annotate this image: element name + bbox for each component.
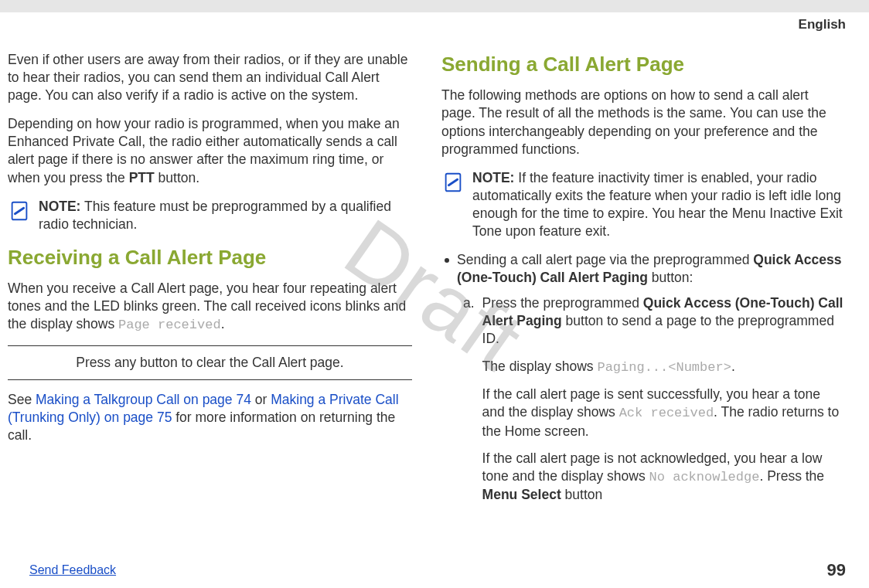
ola-p1: Press the preprogrammed Quick Access (On… <box>482 294 846 348</box>
ol-body-a: Press the preprogrammed Quick Access (On… <box>482 294 846 504</box>
ol-marker-a: a. <box>463 294 475 504</box>
recv-text-b: . <box>221 316 225 331</box>
note-block-right: NOTE: If the feature inactivity timer is… <box>441 169 846 240</box>
ola-p4m: No acknowledge <box>649 470 760 484</box>
ola-p2a: The display shows <box>482 359 598 374</box>
see-paragraph: See Making a Talkgroup Call on page 74 o… <box>8 391 412 444</box>
footer: Send Feedback 99 <box>0 560 869 580</box>
note-body-left: NOTE: This feature must be preprogrammed… <box>39 198 412 233</box>
bullet-c: button: <box>648 270 693 285</box>
ordered-item-a: a. Press the preprogrammed Quick Access … <box>463 294 846 504</box>
ola-p2m: Paging...<Number> <box>597 360 731 375</box>
send-feedback-link[interactable]: Send Feedback <box>29 563 116 577</box>
note-label-right: NOTE: <box>472 170 514 185</box>
language-label: English <box>799 17 846 32</box>
note-icon <box>441 171 465 194</box>
ola-p1a: Press the preprogrammed <box>482 295 643 311</box>
note-icon <box>8 199 31 223</box>
page-body: Even if other users are away from their … <box>0 12 869 513</box>
p2-text-c: button. <box>155 170 199 185</box>
ola-p3: If the call alert page is sent successfu… <box>482 386 846 440</box>
bullet-a: Sending a call alert page via the prepro… <box>457 252 753 267</box>
top-bar <box>0 0 869 12</box>
ola-p2: The display shows Paging...<Number>. <box>482 358 846 376</box>
recv-paragraph: When you receive a Call Alert page, you … <box>8 280 412 335</box>
intro-paragraph-1: Even if other users are away from their … <box>8 51 412 104</box>
send-intro: The following methods are options on how… <box>441 87 846 158</box>
see-b: or <box>251 392 271 407</box>
step-box: Press any button to clear the Call Alert… <box>8 345 412 380</box>
ola-p4b: . Press the <box>759 468 824 484</box>
note-block-left: NOTE: This feature must be preprogrammed… <box>8 198 412 233</box>
note-label-left: NOTE: <box>39 199 80 214</box>
ola-p3m: Ack received <box>619 406 714 420</box>
bullet-item: Sending a call alert page via the prepro… <box>441 251 846 287</box>
link-talkgroup[interactable]: Making a Talkgroup Call on page 74 <box>36 392 251 407</box>
ptt-bold: PTT <box>129 170 155 185</box>
ola-p2b: . <box>731 359 735 374</box>
right-column: Sending a Call Alert Page The following … <box>441 51 846 513</box>
heading-sending: Sending a Call Alert Page <box>441 51 846 77</box>
bullet-body: Sending a call alert page via the prepro… <box>457 251 846 287</box>
ola-p4: If the call alert page is not acknowledg… <box>482 450 846 505</box>
note-text-right: If the feature inactivity timer is enabl… <box>472 170 843 239</box>
note-text-left: This feature must be preprogrammed by a … <box>39 199 391 232</box>
recv-mono: Page received <box>118 318 221 332</box>
ola-p4d: button <box>561 487 603 502</box>
see-a: See <box>8 392 36 407</box>
bullet-dot-icon <box>445 258 449 263</box>
note-body-right: NOTE: If the feature inactivity timer is… <box>472 169 846 240</box>
step-text: Press any button to clear the Call Alert… <box>76 355 343 370</box>
heading-receiving: Receiving a Call Alert Page <box>8 244 412 270</box>
intro-paragraph-2: Depending on how your radio is programme… <box>8 115 412 186</box>
page-number: 99 <box>827 560 846 580</box>
ola-p4c: Menu Select <box>482 487 561 502</box>
left-column: Even if other users are away from their … <box>8 51 412 513</box>
p2-text-a: Depending on how your radio is programme… <box>8 116 400 185</box>
